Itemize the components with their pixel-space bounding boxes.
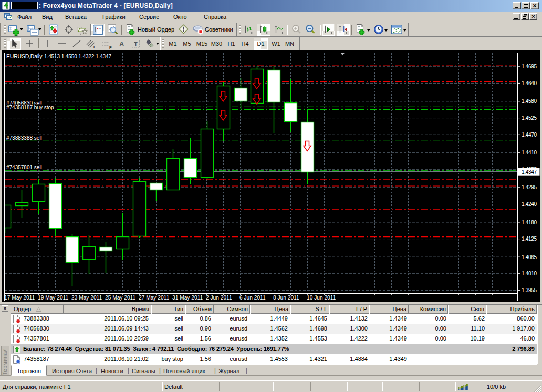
svg-text:23 May 2011: 23 May 2011: [71, 295, 102, 301]
svg-text:1.4513 1.4550 1.4322 1.4347: 1.4513 1.4550 1.4322 1.4347: [44, 54, 112, 59]
svg-text:10 Jun 2011: 10 Jun 2011: [307, 295, 336, 301]
svg-text:8 Jun 2011: 8 Jun 2011: [273, 295, 299, 301]
svg-text:2 Jun 2011: 2 Jun 2011: [206, 295, 232, 301]
svg-text:1.4410: 1.4410: [522, 150, 537, 156]
svg-text:1.3955: 1.3955: [522, 287, 537, 293]
svg-text:17 May 2011: 17 May 2011: [4, 295, 35, 301]
svg-text:1.4580: 1.4580: [522, 98, 537, 104]
svg-text:1.4065: 1.4065: [522, 254, 537, 260]
svg-text:1.4470: 1.4470: [522, 132, 537, 138]
svg-text:1.4695: 1.4695: [522, 64, 537, 69]
svg-text:EURUSD,Daily: EURUSD,Daily: [6, 53, 43, 59]
svg-text:27 May 2011: 27 May 2011: [139, 295, 169, 301]
svg-text:#73883388 sell: #73883388 sell: [6, 135, 42, 141]
svg-text:#74357801 sell: #74357801 sell: [6, 164, 42, 170]
svg-text:#74358187 buy stop: #74358187 buy stop: [6, 105, 54, 110]
svg-text:1.4240: 1.4240: [522, 201, 537, 207]
svg-text:19 May 2011: 19 May 2011: [38, 295, 68, 301]
svg-text:31 May 2011: 31 May 2011: [172, 295, 203, 301]
svg-text:1.4125: 1.4125: [522, 236, 537, 242]
svg-text:1.4295: 1.4295: [522, 184, 537, 190]
svg-text:25 May 2011: 25 May 2011: [105, 295, 136, 301]
svg-text:1.4525: 1.4525: [522, 115, 537, 121]
svg-text:1.4180: 1.4180: [522, 220, 537, 225]
svg-text:1.4347: 1.4347: [522, 169, 537, 175]
svg-text:1.4640: 1.4640: [522, 80, 537, 86]
svg-text:6 Jun 2011: 6 Jun 2011: [239, 295, 266, 301]
svg-text:1.4010: 1.4010: [522, 271, 537, 276]
